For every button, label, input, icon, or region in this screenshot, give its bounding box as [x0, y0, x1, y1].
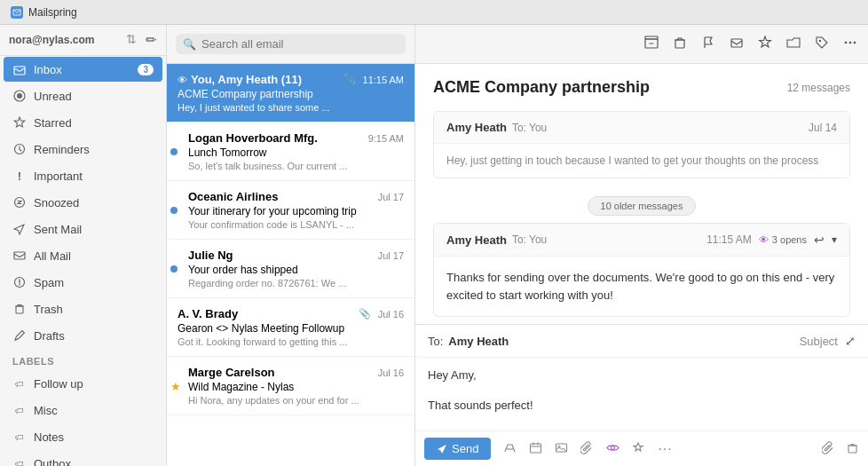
spam-icon: [12, 275, 27, 289]
email-item[interactable]: A. V. Brady 📎 Jul 16 Gearon <> Nylas Mee…: [167, 298, 414, 357]
misc-label: Misc: [34, 404, 154, 417]
search-input[interactable]: [201, 37, 398, 51]
image-icon[interactable]: [555, 441, 568, 457]
svg-marker-13: [760, 36, 771, 47]
email-subject: Wild Magazine - Nylas: [188, 381, 404, 393]
sidebar-item-trash[interactable]: Trash: [4, 296, 162, 321]
eye-seen-icon: 👁: [178, 75, 187, 85]
send-button[interactable]: Send: [424, 438, 491, 460]
search-bar[interactable]: 🔍: [176, 34, 406, 54]
sender-name: Oceanic Airlines: [188, 190, 375, 203]
sidebar-item-sent[interactable]: Sent Mail: [4, 217, 162, 241]
email-subject: Lunch Tomorrow: [188, 146, 404, 159]
important-icon: !: [12, 169, 27, 183]
magic-icon[interactable]: [632, 441, 645, 457]
email-subject: Gearon <> Nylas Meeting Followup: [178, 322, 404, 335]
email-preview: Got it. Looking forward to getting this …: [178, 336, 404, 347]
email-time: Jul 16: [378, 367, 404, 378]
sent-label: Sent Mail: [34, 223, 154, 236]
more-icon[interactable]: [843, 36, 857, 53]
email-item[interactable]: ★ Marge Carelson Jul 16 Wild Magazine - …: [167, 357, 414, 415]
svg-rect-10: [645, 36, 658, 39]
outbox-label: Outbox: [34, 457, 154, 467]
email-item[interactable]: Logan Hoverboard Mfg. 9:15 AM Lunch Tomo…: [167, 122, 414, 181]
sidebar-item-spam[interactable]: Spam: [4, 270, 162, 295]
message-header: Amy Heath To: You Jul 14: [434, 112, 849, 144]
snoozed-icon: [12, 195, 27, 209]
email-time: Jul 16: [378, 309, 404, 320]
tag-icon[interactable]: [815, 36, 829, 53]
attach-icon[interactable]: [580, 441, 594, 457]
sidebar-item-drafts[interactable]: Drafts: [4, 323, 162, 348]
flag-icon[interactable]: [701, 36, 715, 53]
sidebar-item-starred[interactable]: Starred: [4, 110, 162, 135]
starred-label: Starred: [34, 116, 154, 130]
message-to: To: You: [512, 122, 547, 134]
message-meta: 11:15 AM 👁 3 opens ↩ ▾: [706, 233, 837, 247]
message-time: 11:15 AM: [706, 233, 752, 246]
attachment-button[interactable]: [822, 441, 835, 457]
svg-rect-8: [16, 306, 23, 313]
delete-draft-icon[interactable]: [846, 441, 859, 457]
outbox-icon: 🏷: [12, 456, 27, 466]
unread-icon: [12, 89, 27, 103]
email-item[interactable]: Julie Ng Jul 17 Your order has shipped R…: [167, 240, 414, 298]
compose-icon[interactable]: ✏: [146, 32, 157, 48]
sidebar-item-outbox[interactable]: 🏷 Outbox: [4, 451, 162, 466]
message-preview: Hey, just getting in touch because I wan…: [434, 144, 849, 178]
eye-tracking-icon[interactable]: [606, 441, 619, 457]
sidebar-item-misc[interactable]: 🏷 Misc: [4, 398, 162, 423]
thread-toolbar: [415, 25, 868, 64]
reply-to-row: To: Amy Heath Subject ⤢: [415, 325, 868, 358]
svg-point-15: [845, 41, 848, 43]
expand-icon[interactable]: ▾: [832, 233, 837, 246]
message-count: 12 messages: [787, 82, 850, 94]
sent-icon: [12, 222, 27, 236]
email-time: 11:15 AM: [363, 75, 404, 85]
opens-badge: 👁 3 opens: [759, 234, 807, 245]
reply-icon[interactable]: ↩: [814, 233, 825, 247]
misc-icon: 🏷: [12, 403, 27, 417]
email-preview: Regarding order no. 8726761: We ...: [188, 278, 404, 288]
archive-icon[interactable]: [644, 36, 659, 53]
folder-icon[interactable]: [786, 36, 801, 53]
format-icon[interactable]: [503, 441, 517, 457]
older-messages-button[interactable]: 10 older messages: [588, 196, 697, 216]
svg-point-17: [854, 41, 856, 43]
expand-compose-icon[interactable]: ⤢: [845, 334, 856, 348]
sender-name: You, Amy Heath (11): [191, 73, 343, 86]
email-item[interactable]: 👁 You, Amy Heath (11) 📎 11:15 AM ACME Co…: [167, 64, 414, 122]
email-item[interactable]: Oceanic Airlines Jul 17 Your itinerary f…: [167, 181, 414, 240]
reply-body[interactable]: Hey Amy, That sounds perfect!: [415, 358, 868, 430]
sidebar-item-important[interactable]: ! Important: [4, 163, 162, 188]
svg-rect-18: [531, 444, 541, 453]
reply-to-value: Amy Heath: [448, 335, 799, 348]
svg-point-2: [17, 93, 22, 99]
sidebar-item-reminders[interactable]: Reminders: [4, 137, 162, 162]
sidebar-item-unread[interactable]: Unread: [4, 83, 162, 108]
more-options-icon[interactable]: ···: [658, 441, 672, 457]
email-message-expanded: Amy Heath To: You 11:15 AM 👁 3 opens ↩ ▾…: [433, 223, 850, 317]
message-to: To: You: [512, 233, 547, 246]
trash-icon[interactable]: [673, 36, 687, 53]
sidebar-item-allmail[interactable]: All Mail: [4, 243, 162, 268]
email-time: 9:15 AM: [368, 133, 404, 144]
svg-point-14: [819, 39, 821, 41]
star-icon[interactable]: [758, 36, 772, 53]
snoozed-label: Snoozed: [34, 196, 154, 209]
sidebar-item-notes[interactable]: 🏷 Notes: [4, 424, 162, 449]
sidebar-item-inbox[interactable]: Inbox 3: [4, 57, 162, 82]
sidebar-item-followup[interactable]: 🏷 Follow up: [4, 371, 162, 396]
preview-text: Hey, just getting in touch because I wan…: [446, 154, 818, 167]
sort-icon[interactable]: ⇅: [126, 32, 137, 48]
mail-icon[interactable]: [730, 36, 744, 53]
email-message-collapsed[interactable]: Amy Heath To: You Jul 14 Hey, just getti…: [433, 111, 850, 178]
unread-indicator: [170, 265, 178, 272]
calendar-icon[interactable]: [529, 441, 542, 457]
reply-tools-right: [822, 441, 859, 457]
allmail-icon: [12, 249, 27, 263]
drafts-label: Drafts: [34, 329, 154, 343]
email-preview: Your confirmation code is LSANYL - ...: [188, 219, 404, 230]
sidebar-item-snoozed[interactable]: Snoozed: [4, 190, 162, 215]
allmail-label: All Mail: [34, 249, 154, 263]
